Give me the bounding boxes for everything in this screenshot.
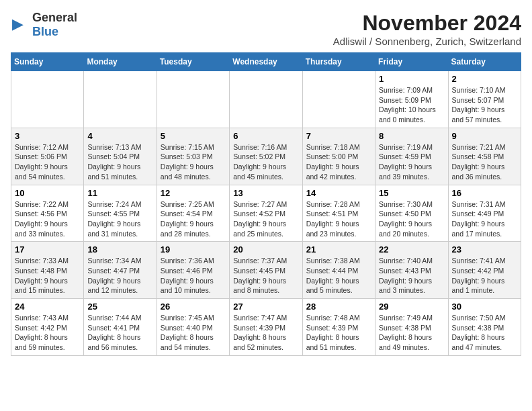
day-info: Sunrise: 7:22 AM Sunset: 4:56 PM Dayligh… [15, 199, 80, 239]
day-number: 19 [161, 244, 226, 255]
day-info: Sunrise: 7:15 AM Sunset: 5:03 PM Dayligh… [161, 142, 226, 182]
calendar-cell: 2Sunrise: 7:10 AM Sunset: 5:07 PM Daylig… [448, 71, 521, 128]
day-info: Sunrise: 7:25 AM Sunset: 4:54 PM Dayligh… [161, 199, 226, 239]
calendar-cell [230, 71, 302, 128]
weekday-header-tuesday: Tuesday [157, 53, 229, 71]
day-number: 17 [15, 244, 80, 255]
calendar-cell [302, 71, 375, 128]
day-number: 9 [452, 131, 517, 141]
calendar-table: SundayMondayTuesdayWednesdayThursdayFrid… [11, 52, 521, 356]
weekday-header-row: SundayMondayTuesdayWednesdayThursdayFrid… [11, 53, 521, 71]
calendar-cell: 25Sunrise: 7:44 AM Sunset: 4:41 PM Dayli… [84, 299, 157, 356]
calendar-week-row: 3Sunrise: 7:12 AM Sunset: 5:06 PM Daylig… [11, 128, 521, 185]
day-info: Sunrise: 7:33 AM Sunset: 4:48 PM Dayligh… [15, 256, 80, 295]
day-info: Sunrise: 7:24 AM Sunset: 4:55 PM Dayligh… [87, 199, 152, 239]
day-info: Sunrise: 7:45 AM Sunset: 4:40 PM Dayligh… [161, 313, 226, 353]
day-info: Sunrise: 7:43 AM Sunset: 4:42 PM Dayligh… [15, 313, 80, 353]
main-title: November 2024 [333, 11, 521, 36]
day-info: Sunrise: 7:31 AM Sunset: 4:49 PM Dayligh… [452, 199, 517, 239]
day-number: 22 [379, 244, 444, 255]
calendar-cell: 1Sunrise: 7:09 AM Sunset: 5:09 PM Daylig… [375, 71, 448, 128]
calendar-cell: 10Sunrise: 7:22 AM Sunset: 4:56 PM Dayli… [11, 185, 84, 242]
calendar-cell: 8Sunrise: 7:19 AM Sunset: 4:59 PM Daylig… [375, 128, 448, 185]
day-number: 8 [379, 131, 444, 141]
calendar-week-row: 10Sunrise: 7:22 AM Sunset: 4:56 PM Dayli… [11, 185, 521, 242]
day-number: 26 [161, 302, 226, 312]
calendar-cell: 23Sunrise: 7:41 AM Sunset: 4:42 PM Dayli… [448, 242, 521, 299]
logo-general: General [32, 11, 77, 24]
calendar-cell: 11Sunrise: 7:24 AM Sunset: 4:55 PM Dayli… [84, 185, 157, 242]
day-info: Sunrise: 7:37 AM Sunset: 4:45 PM Dayligh… [233, 256, 298, 295]
calendar-cell: 27Sunrise: 7:47 AM Sunset: 4:39 PM Dayli… [230, 299, 302, 356]
calendar-cell: 14Sunrise: 7:28 AM Sunset: 4:51 PM Dayli… [302, 185, 375, 242]
day-info: Sunrise: 7:34 AM Sunset: 4:47 PM Dayligh… [87, 256, 152, 295]
calendar-cell: 7Sunrise: 7:18 AM Sunset: 5:00 PM Daylig… [302, 128, 375, 185]
day-number: 2 [452, 74, 517, 84]
day-number: 5 [161, 131, 226, 141]
calendar-cell: 9Sunrise: 7:21 AM Sunset: 4:58 PM Daylig… [448, 128, 521, 185]
day-number: 25 [87, 302, 152, 312]
day-info: Sunrise: 7:21 AM Sunset: 4:58 PM Dayligh… [452, 142, 517, 182]
day-info: Sunrise: 7:27 AM Sunset: 4:52 PM Dayligh… [233, 199, 298, 239]
weekday-header-saturday: Saturday [448, 53, 521, 71]
subtitle: Adliswil / Sonnenberg, Zurich, Switzerla… [333, 36, 521, 47]
day-info: Sunrise: 7:49 AM Sunset: 4:38 PM Dayligh… [379, 313, 444, 353]
calendar-cell: 6Sunrise: 7:16 AM Sunset: 5:02 PM Daylig… [230, 128, 302, 185]
calendar-cell [84, 71, 157, 128]
day-number: 30 [452, 302, 517, 312]
day-number: 24 [15, 302, 80, 312]
logo: ▶ General Blue [11, 11, 77, 39]
calendar-cell: 17Sunrise: 7:33 AM Sunset: 4:48 PM Dayli… [11, 242, 84, 299]
day-number: 29 [379, 302, 444, 312]
day-info: Sunrise: 7:47 AM Sunset: 4:39 PM Dayligh… [233, 313, 298, 353]
day-info: Sunrise: 7:12 AM Sunset: 5:06 PM Dayligh… [15, 142, 80, 182]
header: ▶ General Blue November 2024 Adliswil / … [11, 11, 521, 47]
day-number: 1 [379, 74, 444, 84]
svg-text:▶: ▶ [12, 15, 24, 32]
title-area: November 2024 Adliswil / Sonnenberg, Zur… [333, 11, 521, 47]
calendar-cell: 18Sunrise: 7:34 AM Sunset: 4:47 PM Dayli… [84, 242, 157, 299]
day-number: 13 [233, 188, 298, 198]
day-info: Sunrise: 7:38 AM Sunset: 4:44 PM Dayligh… [306, 256, 371, 295]
weekday-header-thursday: Thursday [302, 53, 375, 71]
day-number: 6 [233, 131, 298, 141]
weekday-header-friday: Friday [375, 53, 448, 71]
calendar-cell: 12Sunrise: 7:25 AM Sunset: 4:54 PM Dayli… [157, 185, 229, 242]
calendar-cell: 30Sunrise: 7:50 AM Sunset: 4:38 PM Dayli… [448, 299, 521, 356]
day-number: 27 [233, 302, 298, 312]
calendar-cell: 16Sunrise: 7:31 AM Sunset: 4:49 PM Dayli… [448, 185, 521, 242]
calendar-cell: 26Sunrise: 7:45 AM Sunset: 4:40 PM Dayli… [157, 299, 229, 356]
calendar-cell: 5Sunrise: 7:15 AM Sunset: 5:03 PM Daylig… [157, 128, 229, 185]
day-info: Sunrise: 7:09 AM Sunset: 5:09 PM Dayligh… [379, 85, 444, 125]
weekday-header-sunday: Sunday [11, 53, 84, 71]
day-info: Sunrise: 7:16 AM Sunset: 5:02 PM Dayligh… [233, 142, 298, 182]
day-info: Sunrise: 7:44 AM Sunset: 4:41 PM Dayligh… [87, 313, 152, 353]
logo-icon: ▶ [11, 15, 30, 34]
calendar-cell: 21Sunrise: 7:38 AM Sunset: 4:44 PM Dayli… [302, 242, 375, 299]
calendar-cell: 19Sunrise: 7:36 AM Sunset: 4:46 PM Dayli… [157, 242, 229, 299]
day-info: Sunrise: 7:48 AM Sunset: 4:39 PM Dayligh… [306, 313, 371, 353]
calendar-week-row: 1Sunrise: 7:09 AM Sunset: 5:09 PM Daylig… [11, 71, 521, 128]
day-info: Sunrise: 7:19 AM Sunset: 4:59 PM Dayligh… [379, 142, 444, 182]
day-number: 23 [452, 244, 517, 255]
calendar-cell: 28Sunrise: 7:48 AM Sunset: 4:39 PM Dayli… [302, 299, 375, 356]
day-number: 14 [306, 188, 371, 198]
day-info: Sunrise: 7:10 AM Sunset: 5:07 PM Dayligh… [452, 85, 517, 125]
calendar-cell [11, 71, 84, 128]
day-number: 4 [87, 131, 152, 141]
day-info: Sunrise: 7:28 AM Sunset: 4:51 PM Dayligh… [306, 199, 371, 239]
day-info: Sunrise: 7:30 AM Sunset: 4:50 PM Dayligh… [379, 199, 444, 239]
calendar-cell: 4Sunrise: 7:13 AM Sunset: 5:04 PM Daylig… [84, 128, 157, 185]
weekday-header-monday: Monday [84, 53, 157, 71]
day-number: 15 [379, 188, 444, 198]
day-number: 3 [15, 131, 80, 141]
calendar-cell [157, 71, 229, 128]
day-number: 16 [452, 188, 517, 198]
day-number: 7 [306, 131, 371, 141]
day-info: Sunrise: 7:18 AM Sunset: 5:00 PM Dayligh… [306, 142, 371, 182]
day-info: Sunrise: 7:40 AM Sunset: 4:43 PM Dayligh… [379, 256, 444, 295]
logo-blue: Blue [32, 25, 58, 38]
day-number: 11 [87, 188, 152, 198]
calendar-cell: 15Sunrise: 7:30 AM Sunset: 4:50 PM Dayli… [375, 185, 448, 242]
day-number: 10 [15, 188, 80, 198]
